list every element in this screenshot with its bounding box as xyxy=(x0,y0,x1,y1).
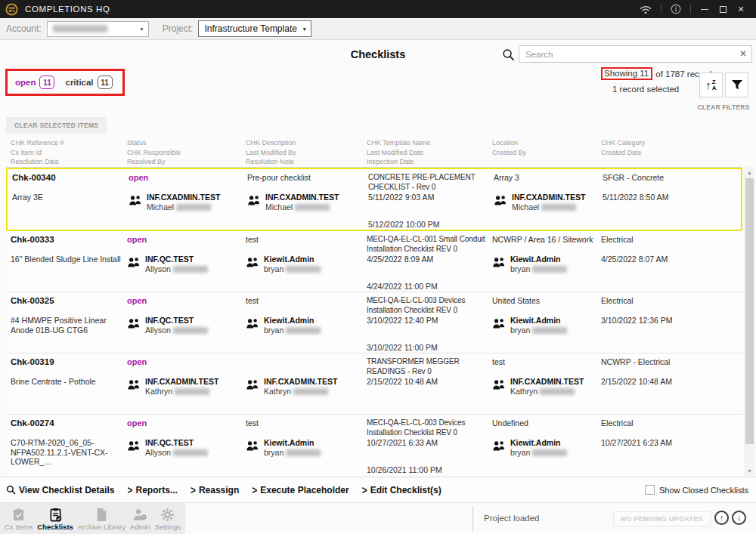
app-title: COMPLETIONS HQ xyxy=(25,5,110,14)
table-row[interactable]: Chk-00325 #4 HMWPE Positive Linear Anode… xyxy=(6,292,742,353)
redacted-surname xyxy=(532,327,567,334)
column-header: CHK Reference #Cx Item IdResolution Date xyxy=(6,138,122,167)
redacted-surname xyxy=(286,266,321,273)
statusbar-divider xyxy=(472,506,473,532)
bottom-nav: Cx Items Checklists Archive Library xyxy=(0,503,185,534)
view-checklist-details-button[interactable]: View Checklist Details xyxy=(6,485,115,495)
chip-critical-count-badge: 11 xyxy=(98,76,113,89)
cell-description: test Kiewit.Admin bryan xyxy=(241,235,362,292)
people-icon xyxy=(246,257,259,267)
cell-location: Array 3 INF.CXADMIN.TEST Michael xyxy=(489,173,598,230)
cell-description: INF.CXADMIN.TEST Kathryn xyxy=(241,357,362,414)
nav-item-checklists[interactable]: Checklists xyxy=(37,508,73,531)
selected-count: 1 record selected xyxy=(612,85,679,94)
filter-chip-open[interactable]: open 11 xyxy=(15,76,54,89)
cell-reference: Chk-00274 C70-RTM-2020_06_05-NFPA502.11.… xyxy=(6,418,122,476)
titlebar-separator xyxy=(690,5,691,14)
funnel-icon xyxy=(731,79,743,91)
nav-item-admin[interactable]: Admin xyxy=(130,508,150,531)
bottom-status-bar: Cx Items Checklists Archive Library xyxy=(0,502,756,534)
scrollbar-thumb[interactable] xyxy=(745,178,754,444)
clear-selected-items-button[interactable]: CLEAR SELECTED ITEMS xyxy=(6,117,107,134)
redacted-surname xyxy=(173,327,208,334)
people-icon xyxy=(127,318,141,329)
column-header: CHK DescriptionLast Modified ByResolutio… xyxy=(241,138,362,167)
redacted-surname xyxy=(286,327,321,334)
reports-button[interactable]: > Reports... xyxy=(128,485,178,495)
app-logo-icon xyxy=(5,3,18,16)
filter-button[interactable] xyxy=(725,73,748,97)
chevron-down-icon: ▼ xyxy=(139,26,144,32)
project-dropdown[interactable]: Infrastructure Template ▼ xyxy=(198,20,311,37)
minimize-button[interactable] xyxy=(700,5,709,14)
cell-template: MECI-QA-EL-CL-001 Small Conduit Installa… xyxy=(362,235,488,292)
table-row[interactable]: Chk-00319 Brine Centrate - Pothole open … xyxy=(6,353,742,415)
cell-category: Electrical 10/27/2021 6:23 AM xyxy=(596,418,742,476)
cell-status: open INF.QC.TEST Allyson xyxy=(122,235,241,292)
cell-location: United States Kiewit.Admin bryan xyxy=(488,296,596,353)
redacted-surname xyxy=(293,388,328,395)
pending-updates-button[interactable]: NO PENDING UPDATES xyxy=(613,511,711,526)
action-bar: View Checklist Details > Reports... > Re… xyxy=(0,477,756,502)
chevron-right-icon: > xyxy=(252,483,257,495)
redacted-surname xyxy=(286,449,321,456)
people-icon xyxy=(492,318,506,329)
sort-letter-a: A xyxy=(712,85,717,91)
clear-filters-button[interactable]: CLEAR FILTERS xyxy=(695,103,752,111)
table-row[interactable]: Chk-00274 C70-RTM-2020_06_05-NFPA502.11.… xyxy=(6,415,742,476)
vertical-scrollbar[interactable]: ▲ ▼ xyxy=(744,167,755,476)
gear-icon xyxy=(160,508,175,522)
sort-button[interactable]: ↑ Z A xyxy=(699,73,723,97)
search-input[interactable] xyxy=(519,46,751,62)
maximize-button[interactable] xyxy=(718,5,727,14)
people-icon xyxy=(492,440,506,451)
cell-template: MECI-QA-EL-CL-003 Devices Installation C… xyxy=(362,418,488,476)
filter-chip-critical[interactable]: critical 11 xyxy=(65,76,112,89)
reassign-button[interactable]: > Reassign xyxy=(191,485,239,495)
file-icon xyxy=(95,508,108,522)
scroll-up-icon[interactable]: ▲ xyxy=(744,167,755,177)
clipboard-check-icon xyxy=(11,508,26,522)
table-row[interactable]: Chk-00340 Array 3E open INF.CXADMIN.TEST… xyxy=(6,168,742,231)
cell-reference: Chk-00333 16" Blended Sludge Line Instal… xyxy=(6,235,122,292)
redacted-surname xyxy=(541,204,576,211)
scroll-down-icon[interactable]: ▼ xyxy=(744,465,755,476)
execute-placeholder-button[interactable]: > Execute Placeholder xyxy=(252,485,349,495)
cell-category: SFGR - Concrete 5/11/2022 8:50 AM xyxy=(598,173,741,230)
people-icon xyxy=(127,440,141,451)
cell-location: NCWRP / Area 16 / Sitework Kiewit.Admin … xyxy=(488,235,596,292)
nav-item-settings[interactable]: Settings xyxy=(155,508,181,531)
info-icon[interactable] xyxy=(671,4,681,14)
search-field-container: ✕ xyxy=(519,45,752,63)
people-icon xyxy=(127,379,141,390)
redacted-surname xyxy=(175,388,209,395)
cell-category: Electrical 4/25/2022 8:07 AM xyxy=(596,235,742,292)
chip-open-count-badge: 11 xyxy=(39,76,54,89)
account-dropdown[interactable]: ▼ xyxy=(47,21,149,37)
cell-reference: Chk-00325 #4 HMWPE Positive Linear Anode… xyxy=(6,296,122,353)
cell-category: NCWRP - Electrical 2/15/2022 10:48 AM xyxy=(596,357,742,414)
clear-search-icon[interactable]: ✕ xyxy=(739,48,747,59)
nav-item-archive-library[interactable]: Archive Library xyxy=(78,508,125,531)
people-icon xyxy=(246,379,259,390)
project-label: Project: xyxy=(163,23,194,34)
edit-checklists-button[interactable]: > Edit Checklist(s) xyxy=(362,485,442,495)
cell-category: Electrical 3/10/2022 12:36 PM xyxy=(596,296,742,353)
column-header: CHK CategoryCreated Date xyxy=(596,138,742,167)
account-label: Account: xyxy=(6,23,42,34)
table-row[interactable]: Chk-00333 16" Blended Sludge Line Instal… xyxy=(6,231,742,292)
redacted-surname xyxy=(540,388,575,395)
download-arrow-button[interactable]: ↓ xyxy=(732,511,746,525)
account-value-redacted xyxy=(53,25,107,32)
show-closed-label: Show Closed Checklists xyxy=(659,486,748,495)
upload-arrow-button[interactable]: ↑ xyxy=(714,511,729,525)
redacted-surname xyxy=(532,266,567,273)
show-closed-toggle[interactable]: Show Closed Checklists xyxy=(645,485,756,495)
cell-template: MECI-QA-EL-CL-003 Devices Installation C… xyxy=(362,296,488,353)
project-value: Infrastructure Template xyxy=(204,23,297,34)
show-closed-checkbox[interactable] xyxy=(645,485,655,495)
checklist-table-body: Chk-00340 Array 3E open INF.CXADMIN.TEST… xyxy=(6,167,742,476)
wifi-icon xyxy=(640,5,652,14)
close-button[interactable]: ✕ xyxy=(736,5,745,14)
nav-item-cx-items[interactable]: Cx Items xyxy=(5,508,33,531)
